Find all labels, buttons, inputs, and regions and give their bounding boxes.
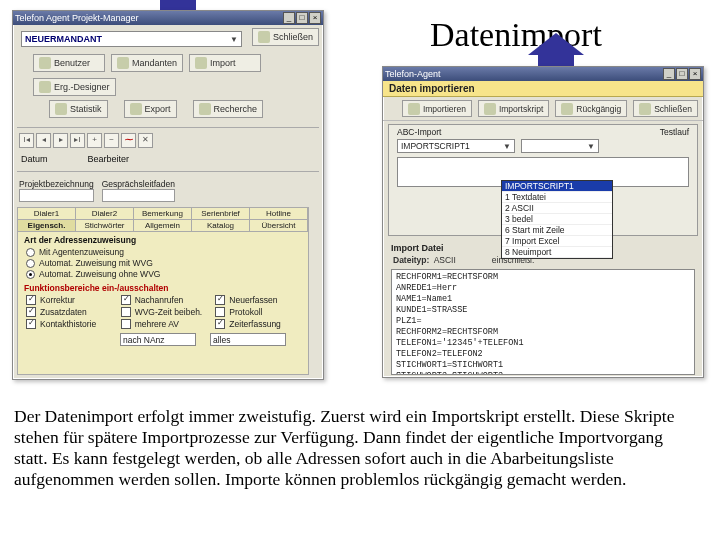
chart-icon (55, 103, 67, 115)
door-icon (639, 103, 651, 115)
tab-stichworter: Stichwörter (76, 220, 134, 231)
close-button[interactable]: Schließen (252, 28, 319, 46)
description-paragraph: Der Datenimport erfolgt immer zweistufig… (14, 406, 700, 490)
import-button[interactable]: Import (189, 54, 261, 72)
label: Recherche (214, 104, 258, 114)
door-icon (258, 31, 270, 43)
list-item: 3 bedel (502, 214, 612, 225)
tab-serienbrief: Serienbrief (192, 208, 250, 219)
close-button[interactable]: Schließen (633, 100, 698, 117)
label: Schließen (654, 104, 692, 114)
statistik-button[interactable]: Statistik (49, 100, 108, 118)
tab-row-2[interactable]: Eigensch. Stichwörter Allgemein Katalog … (18, 220, 308, 232)
designer-icon (39, 81, 51, 93)
label: Erg.-Designer (54, 82, 110, 92)
cb-nachanrufen[interactable]: Nachanrufen (121, 295, 206, 305)
search-icon (199, 103, 211, 115)
export-button[interactable]: Export (124, 100, 177, 118)
list-item: 6 Start mit Zeile (502, 225, 612, 236)
window-controls[interactable]: _□× (662, 68, 701, 80)
tab-row-1[interactable]: Dialer1 Dialer2 Bemerkung Serienbrief Ho… (18, 208, 308, 220)
projekt-input[interactable] (19, 189, 94, 202)
close-button-label: Schließen (273, 32, 313, 42)
cb-zeiterfassung[interactable]: Zeiterfassung (215, 319, 300, 329)
label: Importieren (423, 104, 466, 114)
record-nav[interactable]: I◂◂▸▸I+− ⁓ ✕ (13, 131, 323, 150)
dropdown-value: IMPORTSCRIPT1 (401, 141, 470, 151)
label: Import (210, 58, 236, 68)
importieren-button[interactable]: Importieren (402, 100, 472, 117)
script-dropdown[interactable]: IMPORTSCRIPT1 ▼ (397, 139, 515, 153)
user-icon (39, 57, 51, 69)
label: Benutzer (54, 58, 90, 68)
group1-title: Art der Adressenzuweisung (18, 232, 308, 246)
minimize-icon: _ (663, 68, 675, 80)
titlebar: Telefon Agent Projekt-Manager _□× (13, 11, 323, 25)
projekt-label: Projektbezeichnung (19, 179, 94, 189)
importskript-button[interactable]: Importskript (478, 100, 549, 117)
import-subheading: Daten importieren (383, 81, 703, 97)
window-title: Telefon-Agent (385, 69, 441, 79)
nach-nanz-select[interactable]: nach NAnz (120, 333, 196, 346)
close-icon: × (689, 68, 701, 80)
cb-neuerfassen[interactable]: Neuerfassen (215, 295, 300, 305)
script-dropdown-list[interactable]: IMPORTSCRIPT1 1 Textdatei 2 ASCII 3 bede… (501, 180, 613, 259)
properties-tabs: Dialer1 Dialer2 Bemerkung Serienbrief Ho… (17, 207, 309, 375)
cb-korrektur[interactable]: Korrektur (26, 295, 111, 305)
chevron-down-icon: ▼ (230, 35, 238, 44)
label: Importskript (499, 104, 543, 114)
minimize-icon: _ (283, 12, 295, 24)
import-icon (195, 57, 207, 69)
radio-mit-agenten[interactable]: Mit Agentenzuweisung (26, 247, 300, 257)
abc-import-label: ABC-Import (397, 127, 441, 137)
chevron-down-icon: ▼ (503, 142, 511, 151)
undo-icon (561, 103, 573, 115)
list-item: 1 Textdatei (502, 192, 612, 203)
tab-dialer2: Dialer2 (76, 208, 134, 219)
label: Export (145, 104, 171, 114)
radio-auto-mit-wvg[interactable]: Automat. Zuweisung mit WVG (26, 258, 300, 268)
recherche-button[interactable]: Recherche (193, 100, 264, 118)
tab-eigensch: Eigensch. (18, 220, 76, 231)
mandant-value: NEUERMANDANT (25, 34, 102, 44)
mandant-select[interactable]: NEUERMANDANT ▼ (21, 31, 242, 47)
tab-hotline: Hotline (250, 208, 308, 219)
cb-mehrere-av[interactable]: mehrere AV (121, 319, 206, 329)
leitfaden-label: Gesprächsleitfaden (102, 179, 175, 189)
tab-ubersicht: Übersicht (250, 220, 308, 231)
mapping-list: RECHFORM1=RECHTSFORM ANREDE1=Herr NAME1=… (391, 269, 695, 375)
benutzer-button[interactable]: Benutzer (33, 54, 105, 72)
alles-select[interactable]: alles (210, 333, 286, 346)
tab-katalog: Katalog (192, 220, 250, 231)
group2-title: Funktionsbereiche ein-/ausschalten (18, 280, 308, 294)
tab-bemerkung: Bemerkung (134, 208, 192, 219)
cb-protokoll[interactable]: Protokoll (215, 307, 300, 317)
project-manager-window: Telefon Agent Projekt-Manager _□× NEUERM… (12, 10, 324, 380)
bearbeiter-label: Bearbeiter (88, 154, 130, 164)
label: Statistik (70, 104, 102, 114)
erg-designer-button[interactable]: Erg.-Designer (33, 78, 116, 96)
maximize-icon: □ (676, 68, 688, 80)
list-item: IMPORTSCRIPT1 (502, 181, 612, 192)
mandanten-button[interactable]: Mandanten (111, 54, 183, 72)
radio-auto-ohne-wvg[interactable]: Automat. Zuweisung ohne WVG (26, 269, 300, 279)
cb-wvg[interactable]: WVG-Zeit beibeh. (121, 307, 206, 317)
close-icon: × (309, 12, 321, 24)
chevron-down-icon: ▼ (587, 142, 595, 151)
tab-dialer1: Dialer1 (18, 208, 76, 219)
tab-allgemein: Allgemein (134, 220, 192, 231)
window-controls[interactable]: _□× (282, 12, 321, 24)
label: Mandanten (132, 58, 177, 68)
testlauf-dropdown[interactable]: ▼ (521, 139, 599, 153)
maximize-icon: □ (296, 12, 308, 24)
testlauf-label: Testlauf (660, 127, 689, 137)
window-title: Telefon Agent Projekt-Manager (15, 13, 139, 23)
export-icon (130, 103, 142, 115)
cb-zusatzdaten[interactable]: Zusatzdaten (26, 307, 111, 317)
cb-kontakthistorie[interactable]: Kontakthistorie (26, 319, 111, 329)
ruckgangig-button[interactable]: Rückgängig (555, 100, 627, 117)
import-window: Telefon-Agent _□× Daten importieren Impo… (382, 66, 704, 378)
titlebar: Telefon-Agent _□× (383, 67, 703, 81)
leitfaden-input[interactable] (102, 189, 175, 202)
datum-label: Datum (21, 154, 48, 164)
